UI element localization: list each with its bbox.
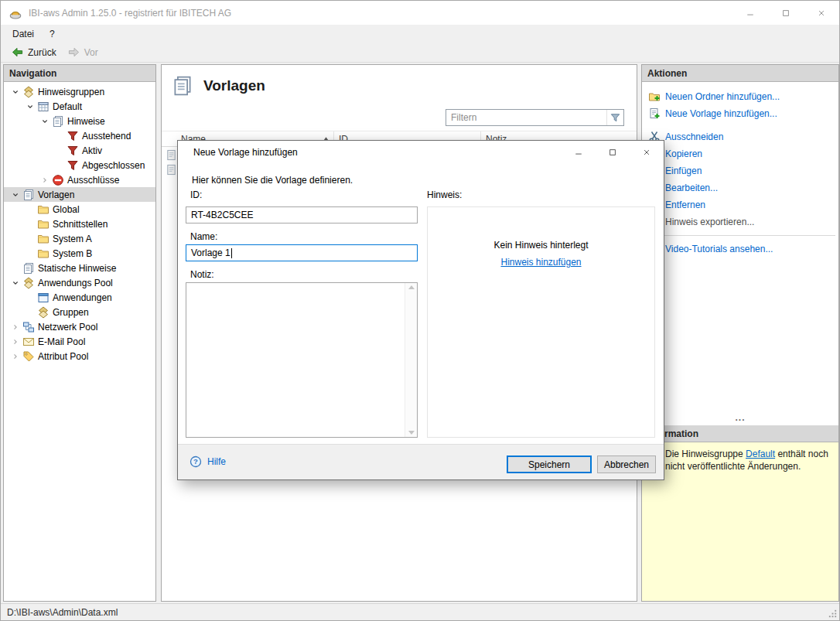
note-scrollbar[interactable] (405, 283, 417, 437)
minimize-button[interactable] (562, 141, 596, 164)
close-button[interactable] (630, 141, 664, 164)
action-label: Video-Tutorials ansehen... (665, 244, 773, 254)
tree-item-netzwerk-pool[interactable]: Netzwerk Pool (4, 319, 155, 334)
chevron-spacer (23, 292, 37, 304)
back-button[interactable]: Zurück (5, 45, 62, 60)
tree-item-system-a[interactable]: System A (4, 231, 155, 246)
menu-help[interactable]: ? (42, 29, 63, 39)
chevron-down-icon[interactable] (9, 189, 22, 201)
tree-item-anwendungs-pool[interactable]: Anwendungs Pool (4, 275, 155, 290)
chevron-right-icon[interactable] (9, 336, 22, 348)
chevron-spacer (23, 218, 37, 230)
action-neuen-ordner-hinzuf-gen[interactable]: Neuen Ordner hinzufügen... (642, 88, 838, 105)
cancel-button[interactable]: Abbrechen (597, 456, 656, 473)
tree-item-abgeschlossen[interactable]: Abgeschlossen (4, 158, 155, 172)
note-field[interactable] (186, 282, 418, 438)
action-video-tutorials-ansehen[interactable]: Video-Tutorials ansehen... (642, 241, 838, 258)
information-box: i Die Hinweisgruppe Default enthält noch… (642, 442, 838, 601)
action-hinweis-exportieren: Hinweis exportieren... (642, 213, 838, 230)
scroll-down-icon[interactable] (408, 431, 415, 435)
maximize-button[interactable] (768, 1, 804, 25)
default-group-link[interactable]: Default (746, 449, 775, 459)
tree-item-hinweise[interactable]: Hinweise (4, 114, 155, 128)
tree-item-statische-hinweise[interactable]: Statische Hinweise (4, 261, 155, 275)
chevron-right-icon[interactable] (38, 174, 52, 186)
folder-icon (37, 247, 50, 260)
tree-item-label: Statische Hinweise (38, 263, 116, 274)
maximize-button[interactable] (596, 141, 630, 164)
action-ausschneiden[interactable]: Ausschneiden (642, 128, 838, 145)
close-button[interactable] (804, 1, 839, 25)
titlebar: IBI-aws Admin 1.25.0 - registriert für I… (1, 1, 839, 25)
action-label: Entfernen (665, 200, 705, 210)
information-message: Die Hinweisgruppe Default enthält noch n… (665, 448, 832, 473)
action-neue-vorlage-hinzuf-gen[interactable]: Neue Vorlage hinzufügen... (642, 105, 838, 122)
close-icon (818, 9, 825, 17)
tree-item-e-mail-pool[interactable]: E-Mail Pool (4, 334, 155, 349)
chevron-down-icon[interactable] (9, 86, 22, 98)
tree-item-hinweisgruppen[interactable]: Hinweisgruppen (4, 84, 155, 99)
scroll-up-icon[interactable] (408, 285, 415, 289)
maximize-icon (609, 148, 616, 156)
table-icon (37, 101, 50, 113)
help-link[interactable]: ? Hilfe (190, 456, 226, 468)
chevron-down-icon[interactable] (23, 101, 37, 113)
tree-item-label: System A (53, 234, 92, 244)
tree-item-schnittstellen[interactable]: Schnittstellen (4, 217, 155, 231)
tree-item-label: Schnittstellen (53, 219, 108, 230)
group-icon (22, 277, 35, 289)
tree-item-vorlagen[interactable]: Vorlagen (4, 187, 155, 202)
save-button[interactable]: Speichern (507, 456, 592, 473)
chevron-right-icon[interactable] (9, 321, 22, 333)
minimize-icon (575, 148, 582, 156)
action-bearbeiten[interactable]: Bearbeiten... (642, 179, 838, 196)
action-einf-gen[interactable]: Einfügen (642, 162, 838, 179)
add-hinweis-link[interactable]: Hinweis hinzufügen (500, 257, 581, 268)
window-icon (37, 292, 50, 304)
actions-separator (645, 235, 835, 236)
chevron-down-icon[interactable] (9, 277, 22, 289)
tree-item-gruppen[interactable]: Gruppen (4, 305, 155, 319)
template-add-icon (648, 107, 661, 120)
action-entfernen[interactable]: Entfernen (642, 196, 838, 213)
page-title: Vorlagen (203, 77, 265, 94)
maximize-icon (782, 9, 790, 17)
folder-icon (37, 218, 50, 230)
minimize-button[interactable] (732, 1, 768, 25)
tree-item-default[interactable]: Default (4, 99, 155, 114)
tree-item-attribut-pool[interactable]: Attribut Pool (4, 349, 155, 363)
tree-item-anwendungen[interactable]: Anwendungen (4, 290, 155, 305)
tree-item-label: Anwendungen (53, 292, 112, 303)
filter-funnel-icon[interactable] (606, 110, 623, 125)
name-value: Vorlage 1 (191, 247, 230, 258)
resize-grip-icon[interactable] (828, 609, 838, 619)
forward-button[interactable]: Vor (62, 45, 104, 60)
chevron-down-icon[interactable] (38, 115, 52, 128)
tree-item-ausstehend[interactable]: Ausstehend (4, 128, 155, 143)
filter-input[interactable] (446, 112, 606, 123)
chevron-spacer (23, 306, 37, 319)
id-label: ID: (190, 189, 202, 200)
tree-item-aktiv[interactable]: Aktiv (4, 143, 155, 158)
action-kopieren[interactable]: Kopieren (642, 145, 838, 162)
back-label: Zurück (28, 47, 56, 58)
id-field[interactable]: RT-4B2C5CEE (186, 206, 418, 223)
dialog-description: Hier können Sie die Vorlage definieren. (192, 175, 353, 186)
tree-indent (4, 223, 23, 224)
tree-item-global[interactable]: Global (4, 202, 155, 217)
tree-item-ausschl-sse[interactable]: Ausschlüsse (4, 172, 155, 187)
tree-indent (4, 150, 53, 151)
name-label: Name: (190, 231, 217, 242)
section-splitter[interactable]: ... (642, 414, 838, 425)
chevron-spacer (23, 203, 37, 216)
forward-label: Vor (84, 47, 98, 58)
tree-item-label: Global (53, 204, 80, 215)
name-field[interactable]: Vorlage 1 (186, 244, 418, 261)
close-icon (643, 148, 650, 156)
menu-datei[interactable]: Datei (5, 29, 42, 39)
tree-indent (4, 135, 53, 136)
chevron-spacer (53, 130, 67, 142)
action-label: Ausschneiden (665, 131, 723, 142)
chevron-right-icon[interactable] (9, 350, 22, 363)
tree-item-system-b[interactable]: System B (4, 246, 155, 261)
